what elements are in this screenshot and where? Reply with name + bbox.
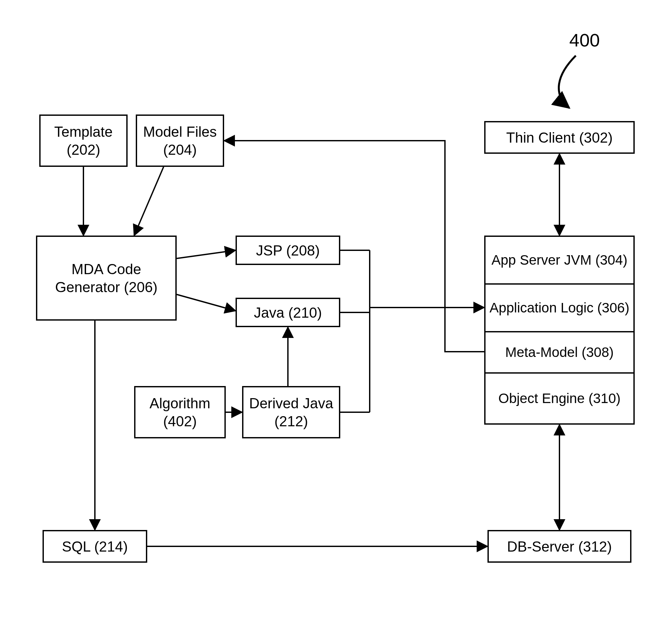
box-sql: SQL (214) xyxy=(43,530,147,563)
svg-line-1 xyxy=(134,167,164,236)
box-derived-java: Derived Java (212) xyxy=(242,386,340,438)
box-template: Template (202) xyxy=(39,114,128,167)
figure-number: 400 xyxy=(569,29,600,51)
box-meta-model: Meta-Model (308) xyxy=(484,331,635,374)
box-thin-client: Thin Client (302) xyxy=(484,121,635,154)
box-mda: MDA Code Generator (206) xyxy=(36,236,177,321)
svg-line-3 xyxy=(177,294,236,311)
box-model-files: Model Files (204) xyxy=(136,114,224,167)
box-java: Java (210) xyxy=(236,298,340,327)
diagram-canvas: 400 Template (202) Model Files (204) MDA… xyxy=(0,0,672,635)
box-object-engine: Object Engine (310) xyxy=(484,372,635,425)
box-app-logic: Application Logic (306) xyxy=(484,283,635,332)
box-algorithm: Algorithm (402) xyxy=(134,386,226,438)
box-db-server: DB-Server (312) xyxy=(487,530,631,563)
box-jsp: JSP (208) xyxy=(236,236,340,265)
box-app-server: App Server JVM (304) xyxy=(484,236,635,285)
svg-line-2 xyxy=(177,250,236,259)
